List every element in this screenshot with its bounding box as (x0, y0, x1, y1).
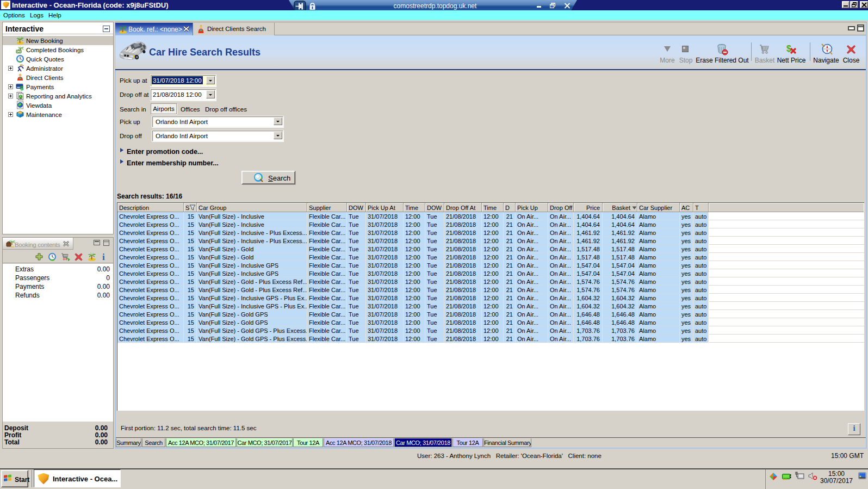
svg-text:$: $ (20, 85, 23, 91)
